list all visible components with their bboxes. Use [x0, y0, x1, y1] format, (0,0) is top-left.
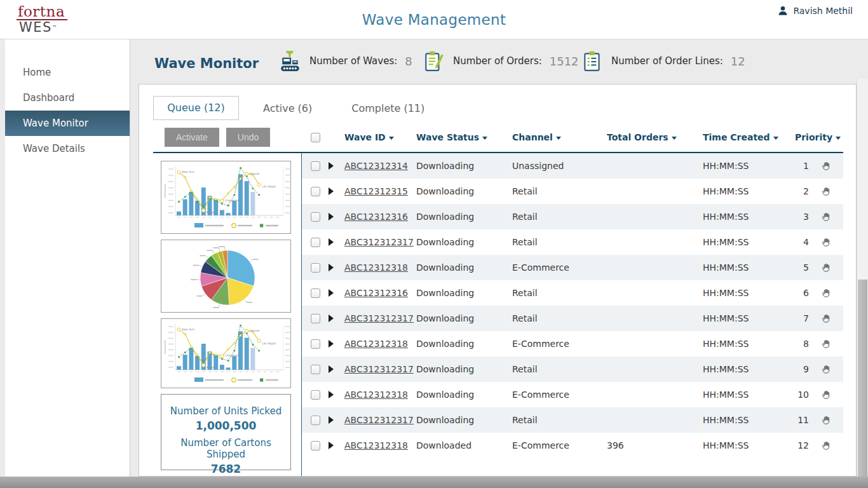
expand-row-icon[interactable]: [329, 315, 334, 322]
row-checkbox[interactable]: [311, 161, 320, 171]
wave-id-link[interactable]: ABC312312317: [342, 364, 414, 374]
toolbar: Activate Undo: [153, 128, 302, 147]
priority-cell: 2: [792, 186, 809, 196]
expand-row-icon[interactable]: [329, 187, 334, 195]
drag-handle-icon[interactable]: [821, 440, 832, 451]
chart-annotation: Cheyenne: [225, 199, 239, 202]
drag-handle-icon[interactable]: [821, 161, 832, 172]
sidebar-item-dashboard[interactable]: Dashboard: [5, 85, 130, 111]
wave-status-cell: Downloading: [414, 288, 509, 298]
bar: [189, 348, 193, 370]
row-checkbox[interactable]: [311, 238, 320, 247]
row-checkbox[interactable]: [311, 187, 320, 196]
charts-column: New YorkPuebloCheyenneDenverLas Vegas Ne…: [153, 153, 302, 476]
column-header-priority[interactable]: Priority: [792, 132, 843, 142]
units-picked-label: Number of Units Picked: [161, 405, 290, 417]
drag-handle-cell: [809, 160, 843, 172]
wave-id-link[interactable]: ABC12312318: [342, 339, 414, 349]
combo-chart-panel-1[interactable]: New YorkPuebloCheyenneDenverLas Vegas: [161, 161, 291, 234]
channel-cell: Unassigned: [509, 161, 602, 171]
sidebar-item-wave-monitor[interactable]: Wave Monitor: [5, 111, 130, 136]
clipboard-list-icon: [581, 50, 604, 72]
tab-complete[interactable]: Complete (11): [336, 102, 440, 120]
sidebar-item-home[interactable]: Home: [5, 60, 130, 85]
row-checkbox[interactable]: [311, 263, 320, 273]
expand-row-icon[interactable]: [329, 442, 334, 449]
wave-id-link[interactable]: ABC312312317: [342, 237, 414, 247]
tab-queue[interactable]: Queue (12): [153, 96, 239, 120]
wave-id-link[interactable]: ABC12312318: [342, 262, 414, 273]
bar: [232, 356, 236, 370]
user-menu[interactable]: Ravish Methil: [777, 5, 853, 17]
bar: [220, 365, 224, 370]
expand-row-icon[interactable]: [329, 289, 334, 297]
wave-status-cell: Downloading: [414, 262, 509, 273]
row-checkbox[interactable]: [311, 288, 320, 298]
expand-row-icon[interactable]: [329, 213, 334, 220]
units-picked-value: 1,000,500: [161, 419, 290, 432]
expand-row-icon[interactable]: [329, 416, 334, 424]
row-checkbox[interactable]: [311, 365, 320, 374]
row-checkbox[interactable]: [311, 314, 320, 323]
drag-handle-icon[interactable]: [821, 390, 832, 400]
table-row: ABC12312318DownloadingE-CommerceHH:MM:SS…: [302, 382, 843, 407]
wave-id-link[interactable]: ABC12312314: [342, 161, 414, 171]
vertical-scrollbar[interactable]: [857, 79, 868, 488]
time-created-cell: HH:MM:SS: [697, 313, 792, 323]
chart-annotation: New York: [182, 170, 195, 173]
vertical-scrollbar-thumb[interactable]: [858, 280, 867, 488]
expand-row-icon[interactable]: [329, 391, 334, 398]
bar: [245, 338, 249, 370]
wave-id-link[interactable]: ABC312312317: [342, 415, 414, 425]
clipboard-pencil-icon: [423, 50, 445, 72]
wave-id-link[interactable]: ABC12312318: [342, 390, 414, 400]
drag-handle-cell: [809, 440, 843, 451]
row-checkbox[interactable]: [311, 212, 320, 222]
priority-cell: 11: [792, 415, 809, 425]
drag-handle-icon[interactable]: [821, 212, 832, 222]
row-checkbox[interactable]: [311, 390, 320, 400]
wave-id-link[interactable]: ABC12312316: [342, 212, 414, 222]
wave-id-link[interactable]: ABC312312317: [342, 313, 414, 323]
wave-id-link[interactable]: ABC12312315: [342, 186, 414, 196]
drag-handle-icon[interactable]: [821, 364, 832, 375]
expand-row-icon[interactable]: [329, 162, 334, 170]
expand-row-icon[interactable]: [329, 365, 334, 373]
drag-handle-icon[interactable]: [821, 237, 832, 248]
row-checkbox[interactable]: [311, 441, 320, 451]
expand-row-icon[interactable]: [329, 238, 334, 246]
column-header-channel[interactable]: Channel: [509, 132, 602, 142]
select-all-checkbox[interactable]: [311, 133, 320, 142]
priority-cell: 1: [792, 161, 809, 171]
sidebar-item-wave-details[interactable]: Wave Details: [5, 136, 130, 161]
drag-handle-cell: [809, 338, 843, 349]
column-header-time-created[interactable]: Time Created: [697, 132, 792, 142]
column-header-wave-id[interactable]: Wave ID: [342, 132, 414, 142]
drag-handle-icon[interactable]: [821, 313, 832, 324]
column-header-wave-status[interactable]: Wave Status: [414, 132, 509, 142]
pie-chart: [161, 240, 290, 312]
drag-handle-icon[interactable]: [821, 262, 832, 273]
wave-id-link[interactable]: ABC12312316: [342, 288, 414, 298]
conveyor-icon: [279, 50, 302, 72]
horizontal-scrollbar[interactable]: [0, 477, 868, 488]
wave-id-link[interactable]: ABC12312318: [342, 440, 414, 451]
undo-button[interactable]: Undo: [226, 128, 270, 147]
drag-handle-icon[interactable]: [821, 288, 832, 299]
drag-handle-cell: [809, 186, 843, 197]
row-checkbox[interactable]: [311, 416, 320, 425]
column-header-total-orders[interactable]: Total Orders: [602, 132, 697, 142]
tab-active[interactable]: Active (6): [248, 102, 327, 120]
row-checkbox[interactable]: [311, 339, 320, 349]
drag-handle-icon[interactable]: [821, 186, 832, 197]
chart-annotation: Pueblo: [207, 366, 216, 369]
expand-row-icon[interactable]: [329, 264, 334, 271]
drag-handle-icon[interactable]: [821, 415, 832, 426]
combo-chart-panel-2[interactable]: New YorkPuebloCheyenneDenverLas Vegas: [161, 318, 291, 388]
drag-handle-icon[interactable]: [821, 339, 832, 349]
pie-chart-panel[interactable]: [161, 240, 291, 313]
priority-cell: 5: [792, 262, 809, 273]
table-row: ABC312312317DownloadingRetailHH:MM:SS7: [302, 306, 843, 331]
expand-row-icon[interactable]: [329, 340, 334, 348]
activate-button[interactable]: Activate: [165, 128, 219, 147]
